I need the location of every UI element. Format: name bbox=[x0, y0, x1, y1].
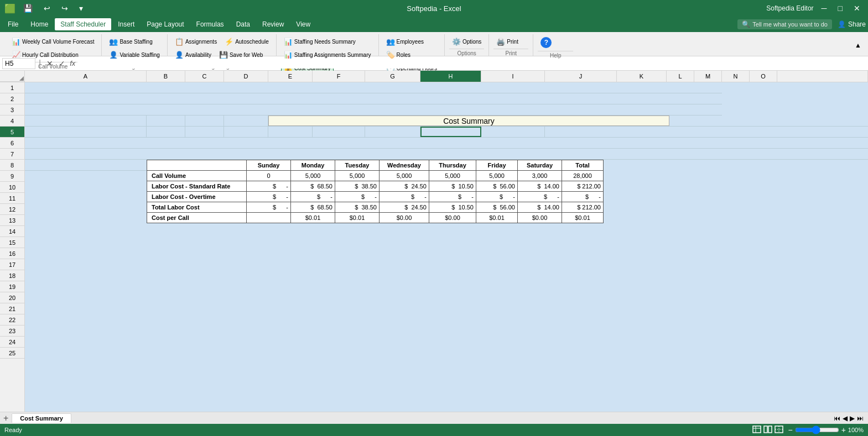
sheet-nav-last[interactable]: ⏭ bbox=[857, 414, 864, 422]
row4-cellC[interactable] bbox=[185, 115, 224, 126]
print-btn[interactable]: 🖨️ Print bbox=[493, 35, 521, 48]
td-cv-fri[interactable]: 5,000 bbox=[476, 171, 518, 181]
td-cpc-tue[interactable]: $0.01 bbox=[335, 213, 380, 223]
col-header-B[interactable]: B bbox=[147, 71, 185, 82]
col-header-M[interactable]: M bbox=[694, 71, 722, 82]
td-lo-tue[interactable]: $ - bbox=[335, 192, 380, 202]
options-btn[interactable]: ⚙️ Options bbox=[449, 35, 484, 48]
row-11[interactable]: 11 bbox=[0, 193, 24, 204]
row5-cellF[interactable] bbox=[313, 127, 365, 137]
td-ls-thu[interactable]: $ 10.50 bbox=[429, 181, 476, 192]
add-sheet-btn[interactable]: + bbox=[0, 413, 12, 423]
zoom-out-btn[interactable]: − bbox=[788, 426, 792, 434]
td-cv-tue[interactable]: 5,000 bbox=[335, 171, 380, 181]
row8-margin[interactable] bbox=[25, 160, 147, 171]
col-header-L[interactable]: L bbox=[667, 71, 694, 82]
staffing-needs-summary-btn[interactable]: 📊 Staffing Needs Summary bbox=[281, 35, 358, 48]
td-cost-per-call-label[interactable]: Cost per Call bbox=[147, 213, 247, 223]
td-ls-sat[interactable]: $ 14.00 bbox=[518, 181, 562, 192]
row-6[interactable]: 6 bbox=[0, 138, 24, 149]
redo-btn[interactable]: ↪ bbox=[58, 3, 71, 14]
col-header-C[interactable]: C bbox=[185, 71, 224, 82]
row-6-cells[interactable] bbox=[25, 138, 722, 148]
formula-input[interactable] bbox=[77, 59, 866, 69]
row-1[interactable]: 1 bbox=[0, 82, 24, 93]
help-btn[interactable]: ? bbox=[538, 35, 554, 50]
row-5[interactable]: 5 bbox=[0, 127, 24, 138]
td-cpc-wed[interactable]: $0.00 bbox=[380, 213, 429, 223]
row5-cellD[interactable] bbox=[224, 127, 268, 137]
td-cpc-mon[interactable]: $0.01 bbox=[291, 213, 335, 223]
row4-cellA[interactable] bbox=[25, 115, 147, 126]
row-7[interactable]: 7 bbox=[0, 149, 24, 160]
td-tl-tue[interactable]: $ 38.50 bbox=[335, 202, 380, 213]
close-btn[interactable]: ✕ bbox=[850, 3, 864, 14]
assignments-btn[interactable]: 📋 Assignments bbox=[172, 35, 220, 48]
menu-page-layout[interactable]: Page Layout bbox=[141, 18, 189, 30]
cell-reference-input[interactable] bbox=[2, 58, 35, 69]
row-1-cells[interactable] bbox=[25, 82, 722, 93]
menu-review[interactable]: Review bbox=[257, 18, 289, 30]
weekly-call-volume-btn[interactable]: 📊 Weekly Call Volume Forecast bbox=[9, 35, 97, 48]
td-ls-total[interactable]: $ 212.00 bbox=[562, 181, 604, 192]
td-tl-sat[interactable]: $ 14.00 bbox=[518, 202, 562, 213]
col-header-I[interactable]: I bbox=[481, 71, 545, 82]
sheet-nav-prev[interactable]: ◀ bbox=[843, 414, 848, 422]
td-tl-mon[interactable]: $ 68.50 bbox=[291, 202, 335, 213]
sheet-nav-first[interactable]: ⏮ bbox=[834, 414, 840, 422]
col-header-O[interactable]: O bbox=[750, 71, 777, 82]
col-header-N[interactable]: N bbox=[722, 71, 750, 82]
confirm-formula-btn[interactable]: ✓ bbox=[56, 58, 67, 69]
row-2-cells[interactable] bbox=[25, 93, 722, 104]
row5-cellC[interactable] bbox=[185, 127, 224, 137]
row-12[interactable]: 12 bbox=[0, 204, 24, 215]
restore-btn[interactable]: □ bbox=[835, 3, 846, 14]
td-call-volume-label[interactable]: Call Volume bbox=[147, 171, 247, 181]
row4-cellL-rest[interactable] bbox=[669, 115, 868, 126]
page-layout-btn[interactable] bbox=[763, 426, 772, 435]
menu-home[interactable]: Home bbox=[25, 18, 54, 30]
page-break-btn[interactable] bbox=[775, 426, 783, 435]
td-lo-sun[interactable]: $ - bbox=[247, 192, 291, 202]
row-23[interactable]: 23 bbox=[0, 325, 24, 337]
menu-staff-scheduler[interactable]: Staff Scheduler bbox=[55, 18, 111, 30]
td-labor-std-label[interactable]: Labor Cost - Standard Rate bbox=[147, 181, 247, 192]
zoom-slider[interactable] bbox=[795, 426, 839, 434]
row-24[interactable]: 24 bbox=[0, 337, 24, 348]
row-21[interactable]: 21 bbox=[0, 303, 24, 314]
td-tl-wed[interactable]: $ 24.50 bbox=[380, 202, 429, 213]
td-tl-total[interactable]: $ 212.00 bbox=[562, 202, 604, 213]
row-17[interactable]: 17 bbox=[0, 259, 24, 270]
row5-cellA[interactable] bbox=[25, 127, 147, 137]
td-cv-total[interactable]: 28,000 bbox=[562, 171, 604, 181]
col-header-A[interactable]: A bbox=[25, 71, 147, 82]
row-13[interactable]: 13 bbox=[0, 215, 24, 226]
td-ls-tue[interactable]: $ 38.50 bbox=[335, 181, 380, 192]
zoom-in-btn[interactable]: + bbox=[841, 426, 846, 434]
row-7-cells[interactable] bbox=[25, 149, 722, 159]
row-15[interactable]: 15 bbox=[0, 237, 24, 248]
col-header-D[interactable]: D bbox=[224, 71, 268, 82]
td-total-labor-label[interactable]: Total Labor Cost bbox=[147, 202, 247, 213]
row5-cellE[interactable] bbox=[268, 127, 313, 137]
td-labor-ot-label[interactable]: Labor Cost - Overtime bbox=[147, 192, 247, 202]
row4-cellB[interactable] bbox=[147, 115, 185, 126]
col-header-E[interactable]: E bbox=[268, 71, 313, 82]
menu-data[interactable]: Data bbox=[231, 18, 256, 30]
col-header-F[interactable]: F bbox=[313, 71, 365, 82]
base-staffing-btn[interactable]: 👥 Base Staffing bbox=[106, 35, 155, 48]
menu-formulas[interactable]: Formulas bbox=[191, 18, 230, 30]
row5-rest[interactable] bbox=[545, 127, 868, 137]
td-cv-wed[interactable]: 5,000 bbox=[380, 171, 429, 181]
row-2[interactable]: 2 bbox=[0, 93, 24, 104]
td-cv-sun[interactable]: 0 bbox=[247, 171, 291, 181]
row-10[interactable]: 10 bbox=[0, 182, 24, 193]
td-lo-sat[interactable]: $ - bbox=[518, 192, 562, 202]
autoschedule-btn[interactable]: ⚡ Autoschedule bbox=[222, 35, 272, 48]
cost-summary-title-cell[interactable]: Cost Summary bbox=[268, 115, 669, 126]
td-tl-thu[interactable]: $ 10.50 bbox=[429, 202, 476, 213]
td-ls-fri[interactable]: $ 56.00 bbox=[476, 181, 518, 192]
undo-btn[interactable]: ↩ bbox=[40, 3, 54, 14]
td-cv-sat[interactable]: 3,000 bbox=[518, 171, 562, 181]
td-lo-wed[interactable]: $ - bbox=[380, 192, 429, 202]
